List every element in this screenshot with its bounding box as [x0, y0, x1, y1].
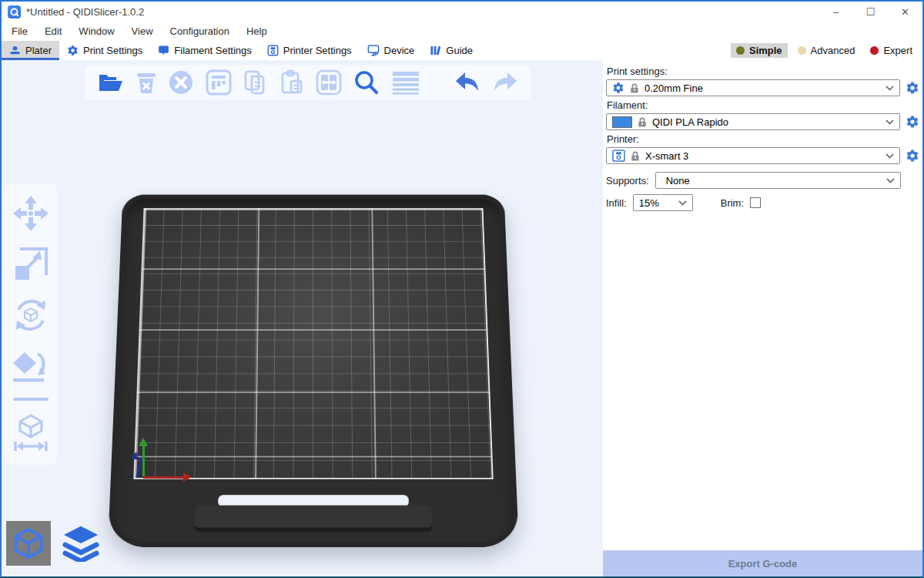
- open-button[interactable]: [97, 70, 125, 95]
- tab-plater[interactable]: Plater: [2, 41, 59, 60]
- printer-icon: [267, 45, 279, 56]
- arrange-icon: [206, 69, 232, 96]
- tab-label: Plater: [25, 45, 52, 56]
- brim-label: Brim:: [721, 197, 744, 209]
- preview-layers-icon: [61, 525, 101, 562]
- copy-icon: [243, 69, 268, 96]
- view-mode-toggles: [6, 521, 103, 566]
- tab-label: Print Settings: [83, 45, 142, 56]
- redo-button[interactable]: [492, 71, 518, 94]
- menu-view[interactable]: View: [123, 22, 162, 41]
- filament-value: QIDI PLA Rapido: [652, 116, 728, 128]
- chevron-down-icon: [678, 200, 687, 206]
- filament-color-swatch: [612, 116, 632, 128]
- supports-combo[interactable]: None: [655, 172, 901, 189]
- app-logo-icon: [8, 5, 21, 18]
- expert-mode-dot-icon: [870, 46, 879, 55]
- menu-help[interactable]: Help: [238, 22, 276, 41]
- build-plate: [108, 195, 519, 547]
- x-axis-indicator: [143, 476, 183, 479]
- copy-button[interactable]: [243, 69, 268, 96]
- gear-icon: [67, 45, 79, 56]
- printer-icon: [612, 150, 625, 162]
- printer-gear-button[interactable]: [906, 149, 919, 163]
- delete-all-icon: [168, 69, 194, 96]
- mode-simple[interactable]: Simple: [731, 43, 788, 58]
- lock-icon: [631, 150, 640, 162]
- place-on-face-icon: [12, 348, 50, 385]
- tab-printer-settings[interactable]: Printer Settings: [259, 41, 360, 60]
- rotate-button[interactable]: [12, 296, 50, 334]
- maximize-button[interactable]: ☐: [853, 2, 888, 22]
- redo-icon: [492, 71, 518, 94]
- settings-sidebar: Print settings: 0.20mm Fine Filament: QI…: [603, 60, 922, 576]
- delete-all-button[interactable]: [168, 69, 194, 96]
- print-settings-gear-button[interactable]: [906, 81, 919, 95]
- tab-label: Device: [384, 45, 415, 56]
- editor-3d-view-button[interactable]: [6, 521, 51, 566]
- paste-button[interactable]: [280, 69, 304, 96]
- arrange-button[interactable]: [206, 69, 232, 96]
- build-plate-tray: [108, 195, 519, 547]
- preview-layers-button[interactable]: [59, 521, 103, 566]
- measure-button[interactable]: [12, 414, 49, 452]
- menu-bar: File Edit Window View Configuration Help: [2, 22, 922, 41]
- chevron-down-icon: [886, 86, 894, 91]
- move-icon: [12, 194, 50, 233]
- chevron-down-icon: [886, 119, 894, 125]
- mode-advanced[interactable]: Advanced: [792, 43, 861, 58]
- variable-layer-height-button[interactable]: [391, 69, 420, 96]
- scale-button[interactable]: [12, 246, 49, 283]
- y-axis-indicator: [142, 445, 145, 476]
- delete-icon: [136, 70, 156, 95]
- z-axis-arrowhead: [131, 451, 140, 460]
- printer-value: X-smart 3: [645, 150, 688, 162]
- print-settings-combo[interactable]: 0.20mm Fine: [606, 79, 900, 96]
- app-window: *Untitled - QIDISlicer-1.0.2 – ☐ ✕ File …: [0, 0, 924, 578]
- tab-filament-settings[interactable]: Filament Settings: [150, 41, 259, 60]
- tab-device[interactable]: Device: [360, 41, 423, 60]
- x-axis-arrowhead: [183, 472, 192, 482]
- menu-configuration[interactable]: Configuration: [162, 22, 238, 41]
- undo-icon: [454, 71, 480, 94]
- tab-print-settings[interactable]: Print Settings: [59, 41, 150, 60]
- place-on-face-button[interactable]: [12, 348, 50, 385]
- advanced-mode-dot-icon: [798, 46, 806, 55]
- print-bed-grid: [133, 208, 493, 479]
- tab-label: Guide: [446, 45, 473, 56]
- brim-checkbox[interactable]: [750, 197, 761, 208]
- export-gcode-button[interactable]: Export G-code: [603, 550, 922, 576]
- menu-window[interactable]: Window: [70, 22, 122, 41]
- scale-icon: [12, 246, 49, 283]
- tab-bar: Plater Print Settings Filament Settings …: [2, 41, 922, 60]
- split-button[interactable]: [316, 69, 342, 96]
- filament-gear-button[interactable]: [906, 115, 919, 129]
- minimize-button[interactable]: –: [819, 2, 853, 22]
- guide-icon: [430, 45, 441, 56]
- lock-icon: [638, 116, 647, 128]
- chevron-down-icon: [886, 153, 894, 159]
- printer-combo[interactable]: X-smart 3: [606, 147, 900, 164]
- filament-combo[interactable]: QIDI PLA Rapido: [606, 113, 900, 130]
- tab-label: Filament Settings: [174, 45, 251, 56]
- close-button[interactable]: ✕: [888, 2, 922, 22]
- chevron-down-icon: [886, 178, 895, 183]
- menu-file[interactable]: File: [3, 22, 36, 41]
- mode-expert[interactable]: Expert: [865, 43, 918, 58]
- undo-button[interactable]: [454, 71, 480, 94]
- open-icon: [97, 70, 125, 95]
- filament-icon: [158, 45, 169, 56]
- filament-label: Filament:: [607, 99, 919, 111]
- plater-icon: [9, 45, 21, 56]
- move-button[interactable]: [12, 194, 50, 233]
- build-plate-handle: [195, 506, 433, 528]
- search-button[interactable]: [353, 69, 380, 96]
- plater-3d-viewport[interactable]: [2, 60, 603, 576]
- menu-edit[interactable]: Edit: [36, 22, 70, 41]
- mode-label: Expert: [883, 45, 912, 56]
- delete-button[interactable]: [136, 70, 156, 95]
- infill-combo[interactable]: 15%: [633, 194, 693, 211]
- top-toolbar: [85, 65, 531, 100]
- mode-switcher: Simple Advanced Expert: [731, 41, 922, 60]
- tab-guide[interactable]: Guide: [422, 41, 480, 60]
